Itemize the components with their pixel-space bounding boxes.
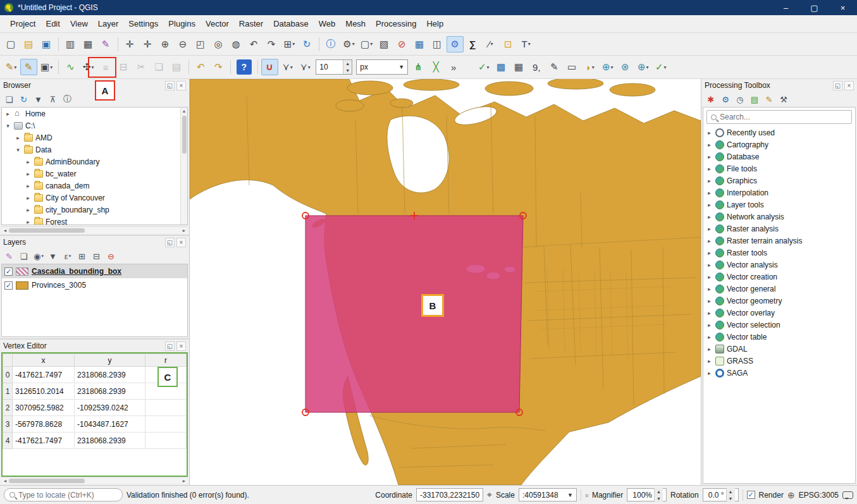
locator-bar[interactable] [4,488,123,501]
processing-search[interactable] [706,110,852,124]
tree-expand-icon[interactable]: ▸ [706,214,713,220]
tracing-icon[interactable]: ⋔ [410,59,427,75]
select-features-icon[interactable]: ▢▾ [358,36,375,52]
map-tips-icon[interactable]: ⊡ [500,36,517,52]
separator[interactable] [58,60,59,74]
tree-expand-icon[interactable]: ▸ [15,135,22,141]
toolbar-overflow-icon[interactable]: » [445,59,462,75]
rotation-spinbox[interactable]: 0.0 ° ▲▼ [703,488,739,501]
web-tools-icon[interactable]: ⊕▾ [634,59,651,75]
tree-item-graphics[interactable]: ▸ Graphics [703,175,855,187]
layout-manager-icon[interactable]: ▦ [80,36,97,52]
spinbox-arrows[interactable]: ▲▼ [654,488,663,502]
vertex-x-cell[interactable]: -417621.7497 [13,367,75,383]
snapping-mode-icon[interactable]: ⋎▾ [297,59,314,75]
options-icon[interactable]: ⚒ [777,93,790,106]
close-panel-icon[interactable]: × [844,81,854,90]
help-icon[interactable]: ? [237,59,252,75]
properties-widget-icon[interactable]: ⓘ [61,93,74,106]
menu-layer[interactable]: Layer [93,16,124,31]
text-annotation-icon[interactable]: T▾ [517,36,534,52]
pan-map-icon[interactable]: ✛ [121,36,139,52]
vertex-r-cell[interactable] [145,400,187,416]
tree-expand-icon[interactable]: ▸ [706,274,713,280]
vertex-row-header[interactable]: 0 [3,367,13,383]
attribute-table-icon[interactable]: ▦ [411,36,428,52]
delete-selected-icon[interactable]: ⊟ [115,59,132,75]
tree-expand-icon[interactable]: ▸ [25,171,32,177]
tree-item-city-boundary-shp[interactable]: ▸ city_boundary_shp [2,204,187,216]
vertex-y-cell[interactable]: 2318068.2939 [75,433,145,449]
new-map-view-icon[interactable]: ⊞▾ [281,36,298,52]
vertex-col-r[interactable]: r [145,354,187,367]
layer-styling-icon[interactable]: ✎ [3,250,16,262]
paste-features-icon[interactable]: ▤ [168,59,185,75]
deselect-features-icon[interactable]: ⊘ [393,36,410,52]
separator[interactable] [58,37,59,51]
tree-item-bc-water[interactable]: ▸ bc_water [2,168,187,180]
menu-edit[interactable]: Edit [40,16,65,31]
tree-expand-icon[interactable]: ▾ [15,147,22,153]
separator[interactable] [230,60,231,74]
tree-expand-icon[interactable]: ▸ [706,142,713,148]
locator-input[interactable] [18,491,117,500]
tree-expand-icon[interactable]: ▸ [706,298,713,304]
tree-expand-icon[interactable]: ▸ [706,310,713,316]
spinbox-arrows[interactable]: ▲▼ [726,488,735,502]
measure-icon[interactable]: ∕▾ [482,36,499,52]
coordinate-input[interactable]: -331703,2232150 [416,488,483,501]
vertex-r-cell[interactable] [145,433,187,449]
save-layer-edits-icon[interactable]: ▣▾ [38,59,55,75]
tree-item-forest[interactable]: ▸ Forest [2,216,187,225]
tree-expand-icon[interactable]: ▸ [706,358,713,364]
layer-visibility-checkbox[interactable]: ✓ [4,281,13,290]
check-geometries-icon[interactable]: ✓▾ [475,59,492,75]
vertex-y-cell[interactable]: -1092539.0242 [75,400,145,416]
collapse-all-layers-icon[interactable]: ⊟ [90,250,103,262]
vertex-y-cell[interactable]: -1043487.1627 [75,416,145,433]
close-panel-icon[interactable]: × [176,238,186,247]
separator[interactable] [188,60,189,74]
vertex-x-cell[interactable]: -417621.7497 [13,433,75,449]
extents-toggle-icon[interactable]: ⌖ [487,489,492,500]
tree-item-network-analysis[interactable]: ▸ Network analysis [703,211,855,223]
redo-icon[interactable]: ↷ [210,59,227,75]
tree-expand-icon[interactable]: ▸ [4,111,11,117]
vertex-y-cell[interactable]: 2318068.2939 [75,367,145,383]
tree-expand-icon[interactable]: ▸ [706,130,713,136]
float-panel-icon[interactable]: ◱ [165,238,175,247]
new-project-icon[interactable]: ▢ [3,36,20,52]
tree-expand-icon[interactable]: ▸ [706,190,713,196]
layer-item-cascadia-bounding-box[interactable]: ✓ Cascadia_bounding_box [2,264,187,278]
menu-processing[interactable]: Processing [371,16,421,31]
vertex-col-x[interactable]: x [13,354,75,367]
tree-expand-icon[interactable]: ▸ [706,238,713,244]
current-edits-icon[interactable]: ✎▾ [3,59,20,75]
magnifier-spinbox[interactable]: 100% ▲▼ [627,488,667,501]
vertex-r-cell[interactable] [145,416,187,433]
tree-expand-icon[interactable]: ▸ [706,154,713,160]
zoom-last-icon[interactable]: ↶ [245,36,262,52]
crs-globe-icon[interactable]: ⊕ [787,490,795,500]
tree-expand-icon[interactable]: ▸ [706,226,713,232]
zoom-next-icon[interactable]: ↷ [263,36,280,52]
manage-map-themes-icon[interactable]: ◉▾ [32,250,45,262]
scripts-icon[interactable]: ⚙ [719,93,732,106]
history-icon[interactable]: ◷ [734,93,746,106]
tree-expand-icon[interactable]: ▸ [706,346,713,352]
tree-item-adminboundary[interactable]: ▸ AdminBoundary [2,156,187,168]
collapse-all-icon[interactable]: ⊼ [47,93,59,106]
snapping-icon[interactable]: ∪ [261,59,278,75]
cut-features-icon[interactable]: ✂ [133,59,150,75]
filter-legend-icon[interactable]: ▼ [47,250,59,262]
expand-all-icon[interactable]: ⊞ [76,250,89,262]
zoom-full-extent-icon[interactable]: ◰ [192,36,209,52]
separator[interactable] [319,37,319,51]
tree-item-cartography[interactable]: ▸ Cartography [703,138,855,151]
close-panel-icon[interactable]: × [176,81,186,90]
tree-item-vector-overlay[interactable]: ▸ Vector overlay [703,307,855,319]
tree-expand-icon[interactable]: ▸ [706,202,713,208]
snapping-type-icon[interactable]: ⋎▾ [279,59,296,75]
vertex-x-cell[interactable]: 3070952.5982 [13,400,75,416]
float-panel-icon[interactable]: ◱ [165,81,175,90]
